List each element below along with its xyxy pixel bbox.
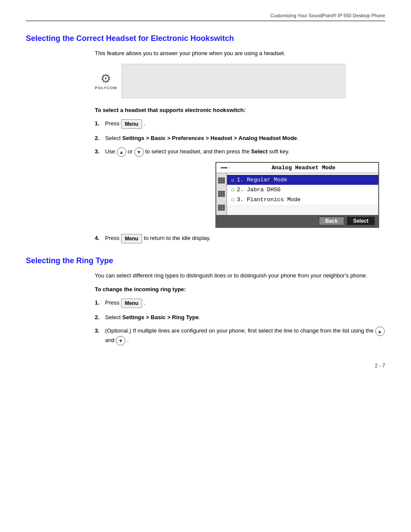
section2-step-2-num: 2. — [95, 313, 105, 322]
header-text: Customizing Your SoundPoint® IP 550 Desk… — [270, 13, 385, 18]
section1-subheading: To select a headset that supports electr… — [95, 107, 385, 113]
step-3: 3. Use ▲ or ▼ to select your headset, an… — [95, 147, 385, 157]
softkeys-bar: Back Select — [216, 215, 378, 227]
section2-step-3-num: 3. — [95, 327, 105, 345]
icon-row-1 — [218, 177, 225, 184]
section1-intro: This feature allows you to answer your p… — [95, 49, 385, 58]
phone-screen: Analog Headset Mode — [215, 162, 379, 228]
icon-row-3 — [218, 205, 225, 211]
section2-step-3-content: (Optional.) If multiple lines are config… — [105, 327, 385, 345]
step-1-content: Press Menu . — [105, 119, 385, 129]
polycom-icon: ⚙ — [100, 72, 111, 86]
step-2: 2. Select Settings > Basic > Preferences… — [95, 134, 385, 143]
check-icon-2: ☐ — [231, 187, 234, 193]
menu-button-1: Menu — [121, 119, 142, 129]
section2-step-2-content: Select Settings > Basic > Ring Type. — [105, 313, 385, 322]
step-1-num: 1. — [95, 119, 105, 129]
section2-steps: 1. Press Menu . 2. Select Settings > Bas… — [95, 299, 385, 346]
section-hookswitch: Selecting the Correct Headset for Electr… — [26, 34, 385, 243]
up-arrow-icon-2: ▲ — [375, 327, 385, 336]
section1-title: Selecting the Correct Headset for Electr… — [26, 34, 385, 43]
screen-title: Analog Headset Mode — [233, 165, 374, 171]
step-2-num: 2. — [95, 134, 105, 143]
step-4-content: Press Menu to return to the idle display… — [105, 234, 385, 243]
step-4-num: 4. — [95, 234, 105, 243]
icon-row-2 — [218, 191, 225, 197]
polycom-logo: ⚙ POLYCOM — [95, 72, 117, 90]
screen-rows: ☑ 1. Regular Mode ☐ 2. Jabra DHSG ☐ 3. P… — [227, 173, 378, 215]
screen-row-1-label: 1. Regular Mode — [237, 177, 287, 183]
screen-row-2: ☐ 2. Jabra DHSG — [227, 185, 378, 195]
section2-step-1-content: Press Menu . — [105, 299, 385, 308]
section2-step-3: 3. (Optional.) If multiple lines are con… — [95, 327, 385, 345]
page-footer: 2 - 7 — [26, 363, 385, 369]
check-icon-3: ☐ — [231, 197, 234, 202]
menu-button-2: Menu — [121, 234, 142, 243]
select-softkey[interactable]: Select — [347, 217, 375, 225]
menu-button-3: Menu — [121, 299, 142, 308]
back-softkey[interactable]: Back — [319, 217, 344, 225]
screen-row-3: ☐ 3. Plantronics Mode — [227, 195, 378, 205]
image-area: ⚙ POLYCOM — [95, 64, 385, 98]
step-2-content: Select Settings > Basic > Preferences > … — [105, 134, 385, 143]
screen-row-3-label: 3. Plantronics Mode — [237, 196, 301, 203]
up-arrow-icon: ▲ — [117, 147, 126, 157]
down-arrow-icon-2: ▼ — [116, 336, 125, 345]
left-icons — [216, 173, 227, 215]
section2-intro-text: You can select different ring types to d… — [95, 272, 367, 279]
screen-row-1: ☑ 1. Regular Mode — [227, 175, 378, 185]
section2-intro: You can select different ring types to d… — [95, 271, 385, 280]
step-1: 1. Press Menu . — [95, 119, 385, 129]
step-3-content: Use ▲ or ▼ to select your headset, and t… — [105, 147, 385, 157]
section2-step-1: 1. Press Menu . — [95, 299, 385, 308]
section2-title: Selecting the Ring Type — [26, 256, 385, 265]
screen-row-2-label: 2. Jabra DHSG — [237, 187, 280, 193]
section2-subheading: To change the incoming ring type: — [95, 286, 385, 292]
step-3-num: 3. — [95, 147, 105, 157]
page-number: 2 - 7 — [375, 363, 385, 369]
polycom-text: POLYCOM — [95, 86, 117, 90]
section2-step-2: 2. Select Settings > Basic > Ring Type. — [95, 313, 385, 322]
section2-step-1-num: 1. — [95, 299, 105, 308]
step-4: 4. Press Menu to return to the idle disp… — [95, 234, 385, 243]
check-icon-1: ☑ — [231, 177, 234, 183]
screen-header: Analog Headset Mode — [216, 163, 378, 173]
phone-screen-container: Analog Headset Mode — [121, 162, 385, 228]
page-header: Customizing Your SoundPoint® IP 550 Desk… — [26, 13, 385, 21]
screen-header-icon — [221, 167, 230, 168]
phone-image-placeholder — [121, 64, 346, 98]
screen-body-area: ☑ 1. Regular Mode ☐ 2. Jabra DHSG ☐ 3. P… — [216, 173, 378, 215]
section-ring-type: Selecting the Ring Type You can select d… — [26, 256, 385, 345]
section1-steps: 1. Press Menu . 2. Select Settings > Bas… — [95, 119, 385, 244]
down-arrow-icon: ▼ — [134, 147, 144, 157]
